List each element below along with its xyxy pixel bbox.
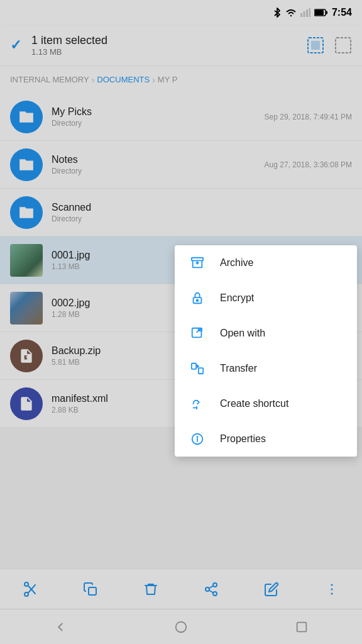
properties-icon xyxy=(190,431,205,447)
context-menu: Archive Encrypt Open with xyxy=(175,245,357,457)
menu-item-archive[interactable]: Archive xyxy=(175,245,357,280)
encrypt-icon xyxy=(190,291,205,306)
createshortcut-icon xyxy=(190,396,205,411)
menu-label-createshortcut: Create shortcut xyxy=(220,398,288,409)
menu-item-encrypt[interactable]: Encrypt xyxy=(175,280,357,316)
openwith-icon xyxy=(190,326,205,341)
menu-item-transfer[interactable]: Transfer xyxy=(175,351,357,386)
svg-point-13 xyxy=(197,299,199,301)
menu-label-openwith: Open with xyxy=(220,328,265,339)
menu-item-properties[interactable]: Properties xyxy=(175,421,357,457)
menu-label-properties: Properties xyxy=(220,433,266,445)
menu-item-openwith[interactable]: Open with xyxy=(175,316,357,351)
menu-item-createshortcut[interactable]: Create shortcut xyxy=(175,386,357,421)
archive-icon xyxy=(190,255,205,270)
svg-rect-16 xyxy=(199,368,203,374)
transfer-icon xyxy=(190,361,205,376)
menu-label-archive: Archive xyxy=(220,257,253,269)
svg-rect-11 xyxy=(192,258,203,261)
menu-label-transfer: Transfer xyxy=(220,363,257,374)
menu-label-encrypt: Encrypt xyxy=(220,292,254,304)
svg-rect-15 xyxy=(192,364,196,369)
